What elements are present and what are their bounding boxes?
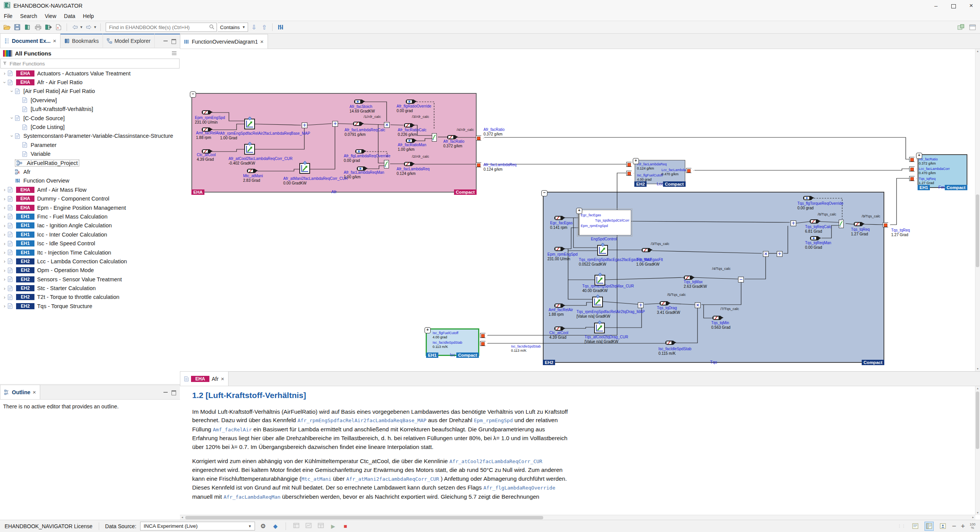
tree-item-isc-idle-speed-control[interactable]: ›EH1Isc - Idle Speed Control (0, 239, 180, 248)
stop-measurement-icon[interactable]: ■ (341, 523, 350, 529)
multiply-operator[interactable]: × (384, 122, 390, 128)
measurement-pill-icon[interactable] (554, 247, 564, 251)
switch-block[interactable] (384, 160, 389, 168)
menu-file[interactable]: File (0, 11, 16, 21)
calibration-window-icon[interactable] (292, 523, 301, 529)
chevron-icon[interactable]: › (2, 286, 8, 291)
parameter-pill-icon[interactable] (406, 139, 415, 143)
print-icon[interactable] (33, 23, 42, 32)
tree-item-itc-injection-time-calculation[interactable]: ›EH1Itc - Injection Time Calculation (0, 248, 180, 257)
chevron-icon[interactable]: › (2, 241, 8, 246)
signal-port[interactable] (476, 135, 483, 140)
measurement-pill-icon[interactable] (353, 122, 362, 126)
tab-document-explorer[interactable]: Document Ex...× (0, 33, 60, 48)
measure-window-icon[interactable] (304, 523, 313, 529)
multiply-operator[interactable]: × (763, 251, 769, 257)
chevron-icon[interactable]: › (2, 232, 8, 237)
live-data-icon[interactable] (956, 23, 965, 32)
tree-item--code-listing-[interactable]: [Code Listing] (0, 122, 180, 131)
measurement-pill-icon[interactable] (810, 219, 819, 224)
tree-item-sensors-sensor-value-treatment[interactable]: ›EH2Sensors - Sensor Value Treatment (0, 275, 180, 284)
search-prev-icon[interactable]: ⇧ (260, 23, 269, 32)
subblock-engspdcontrol[interactable]: +Egc_facEgasEpm_rpmEngSpdTqs_tqIdleSpdCt… (578, 210, 631, 235)
parameter-pill-icon[interactable] (354, 100, 363, 104)
tree-item-fmc-fuel-mass-calculation[interactable]: ›EH1Fmc - Fuel Mass Calculation (0, 212, 180, 221)
menu-view[interactable]: View (41, 11, 60, 21)
measurement-pill-icon[interactable] (554, 304, 564, 308)
close-icon[interactable]: × (53, 38, 56, 44)
code-link[interactable]: Afr_flgLambdaReqOverride (483, 485, 555, 491)
expand-icon[interactable]: + (916, 153, 922, 159)
chevron-icon[interactable]: › (2, 294, 8, 300)
measurement-pill-icon[interactable] (554, 216, 564, 220)
add-operator[interactable]: + (777, 251, 782, 257)
chevron-icon[interactable]: › (9, 133, 15, 139)
chevron-icon[interactable]: › (9, 88, 15, 94)
measurement-pill-icon[interactable] (642, 248, 651, 252)
settings-gear-icon[interactable]: ⚙ (259, 522, 267, 530)
document-content[interactable]: 1.2 [Luft-Kraftstoff-Verhältnis] Im Modu… (180, 386, 975, 515)
editor-vertical-scrollbar[interactable]: ▲▼ (975, 49, 980, 371)
parameter-pill-icon[interactable] (406, 100, 415, 104)
chevron-icon[interactable]: › (2, 214, 8, 219)
measurement-pill-icon[interactable] (854, 222, 863, 226)
function-overview-icon[interactable] (276, 23, 285, 32)
parameter-pill-icon[interactable] (355, 149, 364, 153)
zoom-in-icon[interactable]: + (961, 522, 965, 530)
curve-block-icon[interactable] (244, 144, 255, 155)
experiment-window-icon[interactable] (317, 523, 325, 529)
code-link[interactable]: Afr_facLambdaReqMan (224, 494, 281, 500)
parameter-pill-icon[interactable] (803, 196, 812, 200)
forward-icon[interactable] (84, 23, 93, 32)
map-block-icon[interactable] (597, 245, 608, 256)
parameter-pill-icon[interactable] (357, 166, 366, 171)
measurement-pill-icon[interactable] (684, 276, 693, 280)
tree-item--overview-[interactable]: [Overview] (0, 96, 180, 104)
save-icon[interactable] (13, 23, 22, 32)
tree-item--luft-kraftstoff-verh-ltnis-[interactable]: [Luft-Kraftstoff-Verhältnis] (0, 105, 180, 114)
minimize-panel-icon[interactable] (163, 39, 168, 41)
tab-function-overview-diagram[interactable]: FunctionOverviewDiagram1× (180, 34, 268, 49)
chevron-icon[interactable]: › (2, 223, 8, 228)
tree-item--air-fuel-ratio-air-fuel-ratio[interactable]: ›[Air Fuel Ratio] Air Fuel Ratio (0, 87, 180, 96)
expand-icon[interactable]: + (576, 208, 582, 214)
close-button[interactable]: × (962, 0, 980, 11)
map-block-icon[interactable] (592, 297, 603, 307)
view-menu-icon[interactable] (172, 50, 177, 57)
tree-item-icc-inter-cooler-calculation[interactable]: ›EH1Icc - Inter Cooler Calculation (0, 230, 180, 239)
export-book-icon[interactable] (44, 23, 53, 32)
code-link[interactable]: Afr_atMani2facLambdaReqCorr_CUR (346, 476, 439, 482)
measurement-pill-icon[interactable] (554, 326, 564, 331)
chevron-icon[interactable]: › (2, 196, 8, 202)
tree-item-function-overview[interactable]: Function Overview (0, 176, 180, 185)
library-icon[interactable] (23, 23, 32, 32)
map-block-icon[interactable] (244, 119, 255, 129)
code-link[interactable]: Mtc_atMani (301, 476, 331, 482)
inca-connection-icon[interactable]: ◆ (271, 523, 279, 530)
chevron-icon[interactable]: › (2, 205, 8, 211)
close-icon[interactable]: × (221, 375, 224, 382)
measurement-pill-icon[interactable] (202, 110, 211, 114)
add-operator[interactable]: + (638, 302, 644, 308)
measurement-pill-icon[interactable] (247, 169, 256, 173)
measurement-pill-icon[interactable] (404, 123, 413, 127)
start-measurement-icon[interactable]: ▶ (329, 523, 337, 529)
collapse-icon[interactable]: − (541, 190, 547, 196)
expand-icon[interactable]: + (633, 158, 639, 164)
forward-dropdown-icon[interactable]: ▼ (93, 25, 97, 29)
data-source-dropdown[interactable]: INCA Experiment (Live) ▼ (140, 522, 255, 530)
open-file-icon[interactable] (2, 23, 11, 32)
tree-item-t2t-torque-to-throttle-calculation[interactable]: ›EH2T2t - Torque to throttle calculation (0, 293, 180, 302)
tree-item-dummy-component-control[interactable]: ›EHADummy - Component Control (0, 194, 180, 203)
close-icon[interactable]: × (33, 389, 36, 395)
signal-port[interactable] (626, 171, 634, 176)
tab-model-explorer[interactable]: Model Explorer (103, 34, 155, 48)
filter-input[interactable] (9, 60, 179, 67)
search-next-icon[interactable]: ⇩ (249, 23, 258, 32)
add-operator[interactable]: + (302, 122, 307, 128)
tab-outline[interactable]: Outline× (0, 385, 40, 399)
back-icon[interactable] (70, 23, 80, 32)
maximize-panel-icon[interactable] (172, 390, 176, 395)
document-horizontal-scrollbar[interactable]: ◄► (180, 515, 975, 520)
curve-block-icon[interactable] (299, 163, 310, 174)
